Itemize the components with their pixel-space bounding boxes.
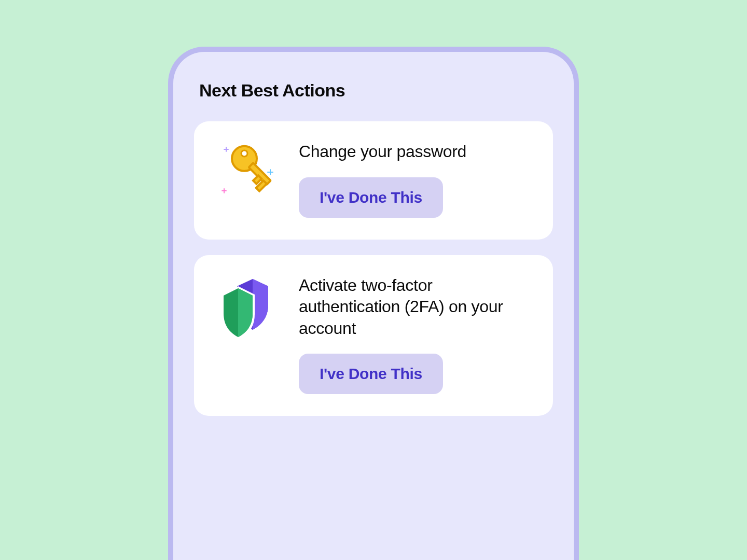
- done-button[interactable]: I've Done This: [299, 354, 443, 394]
- done-button[interactable]: I've Done This: [299, 177, 443, 218]
- action-card-body: Change your password I've Done This: [299, 141, 531, 218]
- action-card-body: Activate two-factor authentication (2FA)…: [299, 275, 531, 395]
- key-icon: [216, 141, 278, 203]
- action-title: Activate two-factor authentication (2FA)…: [299, 275, 531, 340]
- section-title: Next Best Actions: [199, 80, 553, 101]
- action-card: Activate two-factor authentication (2FA)…: [194, 255, 553, 416]
- action-title: Change your password: [299, 141, 531, 163]
- action-card: Change your password I've Done This: [194, 121, 553, 240]
- shield-icon: [216, 275, 278, 337]
- next-best-actions-panel: Next Best Actions: [168, 47, 579, 560]
